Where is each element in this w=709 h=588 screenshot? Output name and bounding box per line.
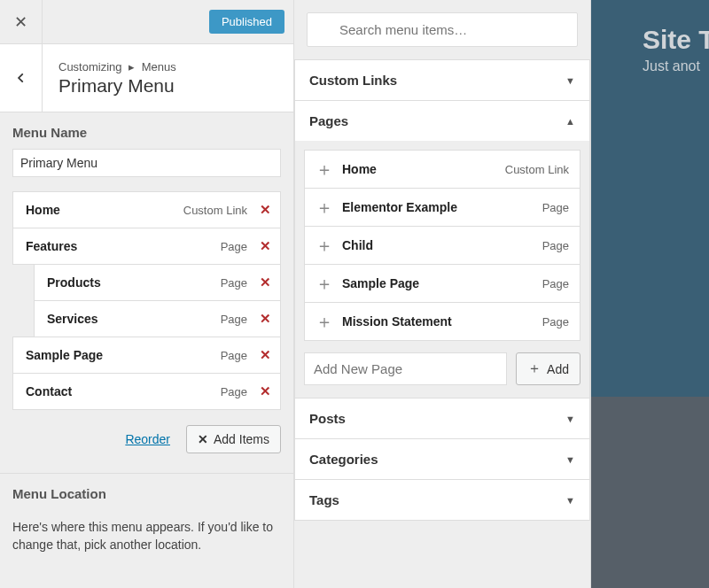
add-new-page-button-label: Add bbox=[547, 362, 569, 376]
add-items-button-label: Add Items bbox=[214, 432, 269, 446]
accordion-custom-links[interactable]: Custom Links ▼ bbox=[294, 59, 590, 101]
breadcrumb-root: Customizing bbox=[58, 60, 122, 74]
add-new-page-row: ＋ Add bbox=[304, 352, 580, 385]
site-preview: Site Ti Just anot bbox=[591, 0, 709, 397]
available-page-title: Home bbox=[342, 162, 377, 176]
menu-item-row[interactable]: Sample PagePage✕ bbox=[12, 337, 281, 374]
menu-name-label: Menu Name bbox=[12, 125, 281, 140]
accordion-posts[interactable]: Posts ▼ bbox=[294, 398, 590, 439]
menu-item-type: Page bbox=[221, 313, 247, 326]
available-page-row[interactable]: ＋ChildPage bbox=[304, 226, 580, 265]
preview-site-tagline: Just anot bbox=[643, 58, 709, 74]
menu-location-heading: Menu Location bbox=[12, 486, 281, 501]
menu-item-row[interactable]: FeaturesPage✕ bbox=[12, 228, 281, 265]
available-page-kind: Page bbox=[542, 239, 569, 252]
menu-item-name: Products bbox=[47, 275, 101, 290]
menu-item-name: Sample Page bbox=[26, 348, 103, 362]
available-page-title: Elementor Example bbox=[342, 200, 457, 214]
customizer-topbar: ✕ Published bbox=[0, 0, 293, 44]
remove-menu-item-button[interactable]: ✕ bbox=[260, 311, 271, 327]
menu-item-type: Page bbox=[221, 240, 247, 253]
menu-item-name: Services bbox=[47, 312, 98, 326]
plus-icon: ＋ bbox=[316, 198, 333, 216]
available-page-title: Child bbox=[342, 238, 373, 252]
available-page-kind: Page bbox=[542, 315, 569, 329]
menu-item-type: Page bbox=[221, 276, 247, 290]
close-icon: ✕ bbox=[14, 12, 27, 32]
breadcrumb-leaf: Menus bbox=[142, 60, 176, 74]
plus-icon: ＋ bbox=[316, 313, 333, 330]
panel-header-text: Customizing ▸ Menus Primary Menu bbox=[43, 48, 176, 109]
add-new-page-button[interactable]: ＋ Add bbox=[516, 352, 580, 385]
breadcrumb: Customizing ▸ Menus bbox=[58, 60, 176, 74]
accordion-label: Posts bbox=[309, 411, 346, 426]
preview-site-title: Site Ti bbox=[643, 25, 709, 55]
chevron-down-icon: ▼ bbox=[565, 75, 575, 86]
menu-items-actions: Reorder ✕ Add Items bbox=[0, 409, 293, 469]
accordion-pages-body: ＋HomeCustom Link＋Elementor ExamplePage＋C… bbox=[294, 141, 590, 398]
accordion-label: Tags bbox=[309, 492, 339, 507]
breadcrumb-separator-icon: ▸ bbox=[125, 60, 138, 74]
menu-item-type: Custom Link bbox=[183, 204, 247, 217]
menu-item-name: Home bbox=[26, 203, 60, 217]
panel-header: Customizing ▸ Menus Primary Menu bbox=[0, 44, 293, 112]
accordion-label: Pages bbox=[309, 113, 348, 128]
accordion-categories[interactable]: Categories ▼ bbox=[294, 438, 590, 480]
menu-item-row[interactable]: HomeCustom Link✕ bbox=[12, 191, 281, 228]
available-page-title: Mission Statement bbox=[342, 314, 452, 329]
available-page-kind: Custom Link bbox=[505, 163, 569, 176]
chevron-up-icon: ▲ bbox=[565, 116, 575, 127]
accordion-pages[interactable]: Pages ▲ bbox=[294, 100, 590, 142]
search-menu-items-input[interactable] bbox=[307, 12, 578, 47]
menu-name-section: Menu Name bbox=[0, 112, 293, 186]
accordion-tags[interactable]: Tags ▼ bbox=[294, 479, 590, 521]
menu-location-section: Menu Location bbox=[0, 474, 293, 519]
chevron-down-icon: ▼ bbox=[565, 454, 575, 465]
back-button[interactable] bbox=[0, 44, 43, 112]
remove-menu-item-button[interactable]: ✕ bbox=[260, 202, 271, 218]
plus-icon: ＋ bbox=[316, 160, 333, 178]
menu-item-row[interactable]: ContactPage✕ bbox=[12, 373, 281, 410]
plus-icon: ＋ bbox=[527, 360, 541, 378]
close-customizer-button[interactable]: ✕ bbox=[0, 0, 43, 44]
panel-title: Primary Menu bbox=[58, 75, 176, 97]
available-page-row[interactable]: ＋HomeCustom Link bbox=[304, 150, 580, 189]
chevron-down-icon: ▼ bbox=[565, 414, 575, 424]
plus-icon: ＋ bbox=[316, 236, 333, 254]
menu-item-type: Page bbox=[221, 385, 247, 398]
remove-menu-item-button[interactable]: ✕ bbox=[260, 347, 271, 363]
available-items-panel: Custom Links ▼ Pages ▲ ＋HomeCustom Link＋… bbox=[294, 0, 591, 588]
add-new-page-input[interactable] bbox=[304, 352, 507, 385]
available-page-row[interactable]: ＋Mission StatementPage bbox=[304, 302, 580, 341]
menu-items-list: HomeCustom Link✕FeaturesPage✕ProductsPag… bbox=[0, 186, 293, 410]
accordion-label: Categories bbox=[309, 452, 378, 467]
menu-item-type: Page bbox=[221, 349, 247, 362]
menu-location-description: Here's where this menu appears. If you'd… bbox=[0, 519, 293, 566]
menu-item-row[interactable]: ProductsPage✕ bbox=[34, 264, 281, 301]
available-page-row[interactable]: ＋Sample PagePage bbox=[304, 264, 580, 303]
close-icon: ✕ bbox=[198, 432, 208, 446]
chevron-down-icon: ▼ bbox=[565, 495, 575, 506]
available-page-row[interactable]: ＋Elementor ExamplePage bbox=[304, 188, 580, 227]
menu-item-name: Contact bbox=[26, 384, 72, 398]
site-preview-body bbox=[591, 397, 709, 588]
add-items-button[interactable]: ✕ Add Items bbox=[186, 425, 281, 453]
remove-menu-item-button[interactable]: ✕ bbox=[260, 275, 271, 290]
available-page-title: Sample Page bbox=[342, 276, 419, 290]
menu-item-row[interactable]: ServicesPage✕ bbox=[34, 300, 281, 337]
publish-status-button[interactable]: Published bbox=[209, 10, 284, 34]
menu-name-input[interactable] bbox=[12, 149, 281, 177]
remove-menu-item-button[interactable]: ✕ bbox=[260, 238, 271, 254]
reorder-link[interactable]: Reorder bbox=[125, 432, 170, 446]
plus-icon: ＋ bbox=[316, 275, 333, 292]
available-page-kind: Page bbox=[542, 277, 569, 290]
available-page-kind: Page bbox=[542, 201, 569, 214]
accordion-label: Custom Links bbox=[309, 73, 397, 88]
menu-item-name: Features bbox=[26, 239, 77, 253]
customizer-panel: ✕ Published Customizing ▸ Menus Primary … bbox=[0, 0, 294, 588]
chevron-left-icon bbox=[15, 72, 27, 84]
search-section bbox=[294, 0, 590, 59]
remove-menu-item-button[interactable]: ✕ bbox=[260, 383, 271, 399]
